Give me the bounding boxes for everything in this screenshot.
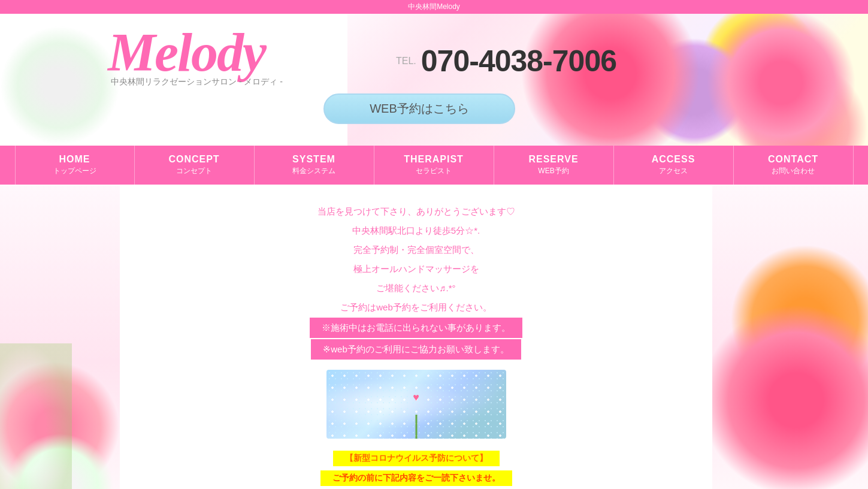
nav-item-system-sublabel: 料金システム: [292, 166, 335, 176]
main-text-1: 中央林間駅北口より徒歩5分☆*.: [352, 222, 480, 240]
corona-notice-1: 【新型コロナウイルス予防について】: [333, 451, 500, 466]
side-flower-green: [0, 343, 72, 489]
top-bar: 中央林間Melody: [0, 0, 868, 14]
nav-item-reserve-sublabel: WEB予約: [538, 166, 568, 176]
tel-area: TEL. 070-4038-7006: [396, 44, 616, 79]
nav-item-access[interactable]: ACCESSアクセス: [614, 146, 734, 185]
main-center-content: 当店を見つけて下さり、ありがとうございます♡中央林間駅北口より徒歩5分☆*.完全…: [120, 185, 712, 489]
header: Melody 中央林間リラクゼーションサロン - メロディ - WEB予約はこち…: [0, 14, 868, 146]
nav-item-therapist[interactable]: THERAPISTセラピスト: [374, 146, 494, 185]
nav-item-concept[interactable]: CONCEPTコンセプト: [135, 146, 255, 185]
main-text-5: ご予約はweb予約をご利用ください。: [340, 298, 492, 316]
nav-item-concept-sublabel: コンセプト: [176, 166, 212, 176]
nav-item-contact-label: CONTACT: [768, 154, 818, 165]
web-reserve-button[interactable]: WEB予約はこちら: [323, 93, 515, 124]
tel-number: 070-4038-7006: [421, 44, 616, 79]
highlight-text-1: ※web予約のご利用にご協力お願い致します。: [311, 339, 521, 360]
image-stem: [415, 415, 417, 439]
right-flower-pink-large: [712, 304, 868, 489]
site-logo: Melody: [108, 26, 265, 80]
main-text-0: 当店を見つけて下さり、ありがとうございます♡: [317, 203, 515, 221]
main-text-2: 完全予約制・完全個室空間で、: [353, 241, 479, 259]
main-text-3: 極上オールハンドマッサージを: [353, 260, 479, 278]
main-text-4: ご堪能ください♬.*°: [376, 279, 455, 297]
nav-item-home-sublabel: トップページ: [53, 166, 96, 176]
right-flower-decoration: [712, 185, 868, 489]
nav-item-concept-label: CONCEPT: [168, 154, 219, 165]
highlight-text-0: ※施術中はお電話に出られない事があります。: [310, 318, 522, 338]
nav-item-reserve[interactable]: RESERVEWEB予約: [494, 146, 614, 185]
site-subtitle: 中央林間リラクゼーションサロン - メロディ -: [111, 77, 283, 87]
main-content: 当店を見つけて下さり、ありがとうございます♡中央林間駅北口より徒歩5分☆*.完全…: [0, 185, 868, 489]
corona-notice-2: ご予約の前に下記内容をご一読下さいませ。: [320, 470, 512, 486]
nav-item-access-label: ACCESS: [652, 154, 695, 165]
nav-item-reserve-label: RESERVE: [528, 154, 578, 165]
left-flower-decoration: [0, 185, 120, 489]
nav-item-contact[interactable]: CONTACTお問い合わせ: [734, 146, 854, 185]
nav-item-therapist-sublabel: セラピスト: [416, 166, 452, 176]
flower-field-image: ♥: [326, 370, 506, 439]
nav-item-therapist-label: THERAPIST: [404, 154, 464, 165]
image-heart: ♥: [413, 391, 419, 404]
nav-item-contact-sublabel: お問い合わせ: [772, 166, 815, 176]
nav-item-home[interactable]: HOMEトップページ: [15, 146, 135, 185]
nav-item-access-sublabel: アクセス: [659, 166, 688, 176]
top-bar-text: 中央林間Melody: [408, 2, 460, 11]
nav-item-system[interactable]: SYSTEM料金システム: [255, 146, 374, 185]
nav-item-home-label: HOME: [59, 154, 90, 165]
tel-label: TEL.: [396, 56, 416, 67]
nav-item-system-label: SYSTEM: [292, 154, 335, 165]
main-nav: HOMEトップページCONCEPTコンセプトSYSTEM料金システムTHERAP…: [0, 146, 868, 185]
